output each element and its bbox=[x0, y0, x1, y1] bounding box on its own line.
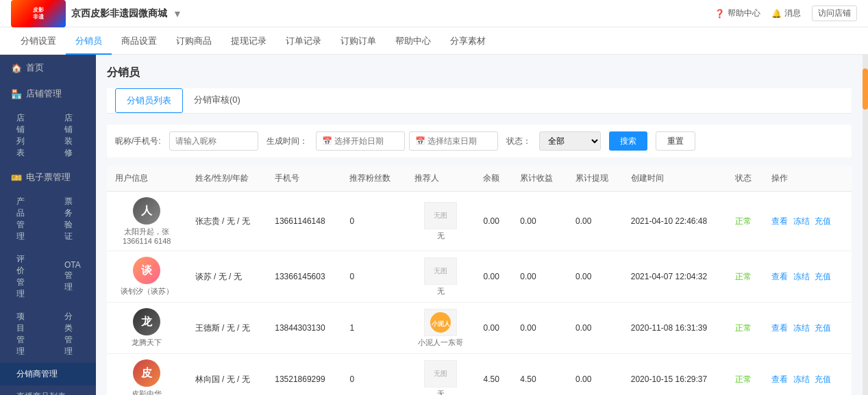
cell-withdraw-0: 0.00 bbox=[567, 192, 623, 251]
cell-fans-2: 1 bbox=[341, 303, 406, 354]
cell-income-1: 0.00 bbox=[512, 251, 567, 303]
cell-fans-0: 0 bbox=[341, 192, 406, 251]
cell-created-2: 2020-11-08 16:31:39 bbox=[623, 303, 727, 354]
cell-actions-3: 查看 冻结 充值 bbox=[763, 354, 852, 396]
sidebar-item-eticket[interactable]: 🎫 电子票管理 bbox=[0, 164, 96, 190]
user-name-0: 太阳升起，张1366114 6148 bbox=[119, 227, 174, 245]
reset-button[interactable]: 重置 bbox=[656, 131, 695, 151]
cell-referrer-2: 小泥人 小泥人一东哥 bbox=[406, 303, 475, 354]
referrer-image-0: 无图 bbox=[424, 202, 457, 229]
sidebar-sub-category[interactable]: 分类管理 bbox=[48, 305, 96, 363]
action-view-3[interactable]: 查看 bbox=[771, 374, 788, 384]
sidebar-sub-store-decor[interactable]: 店铺装修 bbox=[48, 107, 96, 164]
referrer-image-1: 无图 bbox=[424, 257, 457, 285]
action-view-2[interactable]: 查看 bbox=[771, 323, 788, 333]
action-view-0[interactable]: 查看 bbox=[771, 216, 788, 226]
tab-purchase-orders[interactable]: 订购订单 bbox=[331, 27, 386, 55]
tab-order-records[interactable]: 订单记录 bbox=[276, 27, 331, 55]
help-center-link[interactable]: ❓ 帮助中心 bbox=[715, 8, 760, 19]
status-select[interactable]: 全部 bbox=[539, 131, 601, 151]
sidebar-item-store-management[interactable]: 🏪 店铺管理 bbox=[0, 81, 96, 107]
tab-distributors[interactable]: 分销员 bbox=[66, 27, 112, 55]
sub-tab-distributor-list[interactable]: 分销员列表 bbox=[115, 88, 183, 113]
action-freeze-0[interactable]: 冻结 bbox=[793, 216, 810, 226]
action-freeze-1[interactable]: 冻结 bbox=[793, 272, 810, 281]
col-actions: 操作 bbox=[763, 166, 852, 192]
cell-referrer-0: 无图 无 bbox=[406, 192, 475, 251]
cell-income-3: 4.50 bbox=[512, 354, 567, 396]
sidebar-sub-product[interactable]: 产品管理 bbox=[0, 190, 48, 248]
sidebar-sub-ticket-verify[interactable]: 票务验证 bbox=[48, 190, 96, 248]
tab-share-materials[interactable]: 分享素材 bbox=[441, 27, 495, 55]
phone-input[interactable] bbox=[169, 131, 258, 151]
action-recharge-0[interactable]: 充值 bbox=[815, 216, 831, 226]
cell-created-1: 2021-04-07 12:04:32 bbox=[623, 251, 727, 303]
referrer-image-3: 无图 bbox=[424, 360, 457, 387]
action-recharge-1[interactable]: 充值 bbox=[815, 272, 831, 281]
sidebar-sub-distributor-management[interactable]: 分销商管理 bbox=[0, 363, 96, 385]
cell-balance-3: 4.50 bbox=[475, 354, 512, 396]
sidebar-item-home[interactable]: 🏠 首页 bbox=[0, 55, 96, 81]
top-nav: ❓ 帮助中心 🔔 消息 访问店铺 bbox=[715, 5, 857, 21]
cell-actions-1: 查看 冻结 充值 bbox=[763, 251, 852, 303]
tab-withdrawal-records[interactable]: 提现记录 bbox=[221, 27, 276, 55]
tab-help-center[interactable]: 帮助中心 bbox=[386, 27, 441, 55]
sidebar-sub-live-products[interactable]: 直播商品列表 bbox=[0, 385, 96, 395]
visit-store-button[interactable]: 访问店铺 bbox=[812, 5, 857, 21]
sub-tab-distributor-review[interactable]: 分销审核(0) bbox=[183, 88, 251, 114]
cell-balance-2: 0.00 bbox=[475, 303, 512, 354]
sidebar-sub-project[interactable]: 项目管理 bbox=[0, 305, 48, 363]
date-range-group bbox=[316, 131, 498, 151]
action-recharge-3[interactable]: 充值 bbox=[815, 374, 831, 384]
scroll-thumb[interactable] bbox=[863, 68, 868, 110]
home-icon: 🏠 bbox=[11, 63, 22, 73]
top-header: 皮影非遗 京西皮影非遗园微商城 ▼ ❓ 帮助中心 🔔 消息 访问店铺 bbox=[0, 0, 868, 27]
main-content: 分销员 分销员列表 分销审核(0) 昵称/手机号: 生成时间： 状态： 全部 bbox=[96, 55, 863, 395]
start-date-input[interactable] bbox=[316, 131, 405, 151]
store-icon: 🏪 bbox=[11, 89, 22, 99]
cell-created-3: 2020-10-15 16:29:37 bbox=[623, 354, 727, 396]
tab-product-settings[interactable]: 商品设置 bbox=[112, 27, 166, 55]
col-total-income: 累计收益 bbox=[512, 166, 567, 192]
action-view-1[interactable]: 查看 bbox=[771, 272, 788, 281]
cell-referrer-3: 无图 无 bbox=[406, 354, 475, 396]
cell-balance-1: 0.00 bbox=[475, 251, 512, 303]
search-button[interactable]: 搜索 bbox=[609, 131, 647, 151]
col-name-gender-age: 姓名/性别/年龄 bbox=[187, 166, 267, 192]
cell-fans-1: 0 bbox=[341, 251, 406, 303]
right-scrollbar[interactable] bbox=[863, 55, 868, 395]
app-name: 京西皮影非遗园微商城 bbox=[71, 8, 167, 20]
cell-name-1: 谈苏 / 无 / 无 bbox=[187, 251, 267, 303]
table-row: 谈 谈钊汐（谈苏） 谈苏 / 无 / 无 13366145603 0 无图 无 … bbox=[107, 251, 852, 303]
action-recharge-2[interactable]: 充值 bbox=[815, 323, 831, 333]
referrer-name-2: 小泥人一东哥 bbox=[418, 337, 463, 348]
user-name-1: 谈钊汐（谈苏） bbox=[121, 286, 173, 296]
sidebar-sub-review[interactable]: 评价管理 bbox=[0, 248, 48, 305]
user-name-3: 皮影中华 bbox=[132, 389, 162, 395]
tab-distribution-settings[interactable]: 分销设置 bbox=[11, 27, 66, 55]
end-date-input[interactable] bbox=[409, 131, 498, 151]
col-balance: 余额 bbox=[475, 166, 512, 192]
main-tab-bar: 分销设置 分销员 商品设置 订购商品 提现记录 订单记录 订购订单 帮助中心 分… bbox=[0, 27, 868, 55]
cell-balance-0: 0.00 bbox=[475, 192, 512, 251]
tab-ordered-products[interactable]: 订购商品 bbox=[166, 27, 221, 55]
action-freeze-3[interactable]: 冻结 bbox=[793, 374, 810, 384]
sidebar-sub-store-list[interactable]: 店铺列表 bbox=[0, 107, 48, 164]
user-name-2: 龙腾天下 bbox=[132, 337, 162, 348]
cell-phone-0: 13661146148 bbox=[266, 192, 341, 251]
sidebar-sub-ota[interactable]: OTA管理 bbox=[48, 248, 96, 305]
cell-status-2: 正常 bbox=[727, 303, 764, 354]
cell-income-2: 0.00 bbox=[512, 303, 567, 354]
cell-fans-3: 0 bbox=[341, 354, 406, 396]
svg-text:小泥人: 小泥人 bbox=[431, 320, 451, 327]
action-freeze-2[interactable]: 冻结 bbox=[793, 323, 810, 333]
app-logo: 皮影非遗 bbox=[11, 0, 66, 27]
referrer-name-1: 无 bbox=[437, 286, 445, 296]
dropdown-icon[interactable]: ▼ bbox=[173, 8, 182, 19]
time-filter-label: 生成时间： bbox=[266, 136, 308, 147]
referrer-name-3: 无 bbox=[437, 389, 445, 396]
col-referrer: 推荐人 bbox=[406, 166, 475, 192]
cell-name-3: 林向国 / 无 / 无 bbox=[187, 354, 267, 396]
cell-withdraw-3: 0.00 bbox=[567, 354, 623, 396]
message-link[interactable]: 🔔 消息 bbox=[771, 8, 801, 19]
